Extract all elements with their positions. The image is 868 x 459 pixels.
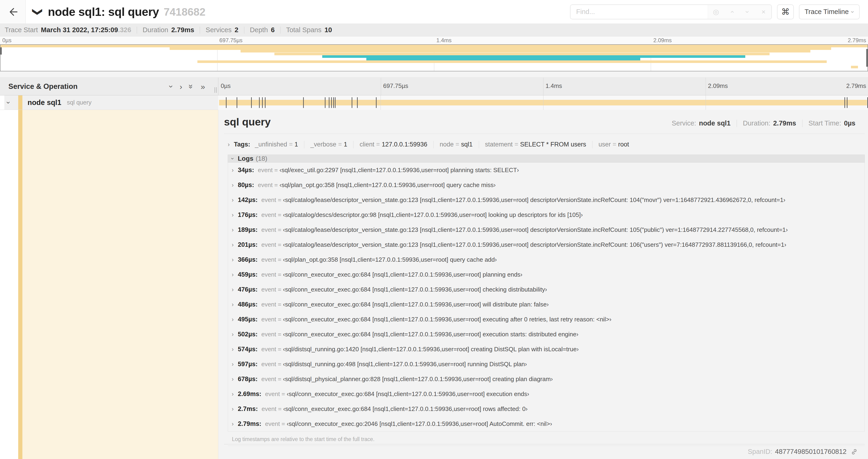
tag-item[interactable]: _unfinished=1 bbox=[255, 141, 298, 148]
log-row[interactable]: ›80µs:event=‹sql/plan_opt.go:358 [nsql1,… bbox=[228, 177, 865, 192]
summary-label: Services bbox=[206, 26, 231, 34]
log-field-value: ‹sql/conn_executor_exec.go:684 [nsql1,cl… bbox=[283, 316, 612, 323]
log-row[interactable]: ›142µs:event=‹sql/catalog/lease/descript… bbox=[228, 192, 865, 207]
focus-match-icon[interactable]: ◎ bbox=[708, 8, 724, 16]
collapse-all-icon[interactable]: » bbox=[188, 84, 195, 89]
log-row[interactable]: ›2.7ms:event=‹sql/conn_executor_exec.go:… bbox=[228, 401, 865, 416]
span-detail-header: sql query Service:node sql1Duration:2.79… bbox=[224, 116, 865, 128]
log-timestamp: 189µs: bbox=[238, 226, 257, 233]
span-row[interactable]: › node sql1 sql query bbox=[0, 95, 868, 110]
log-row[interactable]: ›502µs:event=‹sql/conn_executor_exec.go:… bbox=[228, 327, 865, 342]
service-color-strip bbox=[18, 110, 22, 459]
trace-view-selector[interactable]: Trace Timeline › bbox=[799, 4, 860, 19]
log-row[interactable]: ›495µs:event=‹sql/conn_executor_exec.go:… bbox=[228, 312, 865, 327]
detail-footer: SpanID: 4877749850101760812 bbox=[224, 444, 865, 459]
log-field-value: ‹sql/distsql_running.go:498 [nsql1,clien… bbox=[283, 361, 527, 368]
find-input[interactable] bbox=[570, 5, 708, 19]
detail-operation-name: sql query bbox=[224, 116, 271, 128]
chevron-right-icon: › bbox=[232, 212, 234, 218]
logs-accordion: › Logs (18) ›34µs:event=‹sql/exec_util.g… bbox=[228, 155, 865, 444]
log-marker bbox=[265, 97, 266, 108]
trace-title-wrap: ❯ node sql1: sql query 7418682 bbox=[34, 5, 206, 19]
chevron-right-icon: › bbox=[232, 302, 234, 307]
tag-item[interactable]: node=sql1 bbox=[440, 141, 472, 148]
log-timestamp: 366µs: bbox=[238, 256, 257, 263]
expand-all-icon[interactable]: » bbox=[201, 83, 205, 91]
log-row[interactable]: ›2.69ms:event=‹sql/conn_executor_exec.go… bbox=[228, 387, 865, 401]
tags-accordion[interactable]: › Tags: _unfinished=1_verbose=1client=12… bbox=[228, 139, 865, 150]
log-row[interactable]: ›2.79ms:event=‹sql/conn_executor_exec.go… bbox=[228, 416, 865, 431]
log-row[interactable]: ›459µs:event=‹sql/conn_executor_exec.go:… bbox=[228, 267, 865, 282]
keyboard-shortcuts-button[interactable]: ⌘ bbox=[777, 4, 794, 19]
log-row[interactable]: ›189µs:event=‹sql/catalog/lease/descript… bbox=[228, 222, 865, 237]
log-row[interactable]: ›574µs:event=‹sql/distsql_running.go:142… bbox=[228, 342, 865, 357]
log-field-value: ‹sql/catalog/lease/descriptor_version_st… bbox=[283, 196, 785, 204]
log-row[interactable]: ›486µs:event=‹sql/conn_executor_exec.go:… bbox=[228, 297, 865, 312]
log-field-key: event bbox=[258, 182, 273, 189]
chevron-right-icon: › bbox=[232, 406, 234, 412]
tag-item[interactable]: client=127.0.0.1:59936 bbox=[360, 141, 427, 148]
chevron-right-icon: › bbox=[232, 421, 234, 427]
clear-search-icon[interactable]: × bbox=[755, 8, 771, 16]
prev-match-icon[interactable]: › bbox=[728, 4, 735, 19]
chevron-right-icon: › bbox=[232, 227, 234, 233]
log-equals: = bbox=[278, 226, 281, 233]
link-icon[interactable] bbox=[850, 448, 858, 456]
expand-one-icon[interactable]: › bbox=[180, 83, 182, 91]
log-field-key: event bbox=[258, 167, 273, 174]
logs-header[interactable]: › Logs (18) bbox=[228, 155, 865, 163]
log-field-value: ‹sql/conn_executor_exec.go:684 [nsql1,cl… bbox=[283, 331, 579, 338]
service-operation-title: Service & Operation bbox=[8, 82, 78, 91]
timeline-gridline bbox=[543, 95, 544, 110]
log-equals: = bbox=[274, 167, 278, 174]
minimap-span bbox=[851, 66, 858, 68]
log-field-value: ‹sql/catalog/lease/descriptor_version_st… bbox=[283, 226, 788, 233]
log-field-value: ‹sql/conn_executor_exec.go:684 [nsql1,cl… bbox=[283, 286, 547, 293]
minimap-right-handle[interactable] bbox=[866, 49, 868, 67]
summary-value: March 31 2022, 17:25:09 bbox=[41, 26, 118, 34]
tag-item[interactable]: _verbose=1 bbox=[310, 141, 347, 148]
log-field-value: ‹sql/conn_executor_exec.go:684 [nsql1,cl… bbox=[283, 301, 549, 308]
minimap-canvas[interactable] bbox=[0, 44, 868, 71]
log-row[interactable]: ›597µs:event=‹sql/distsql_running.go:498… bbox=[228, 357, 865, 371]
back-button[interactable] bbox=[0, 0, 26, 24]
tag-value: 1 bbox=[344, 141, 347, 148]
collapse-one-icon[interactable]: › bbox=[167, 85, 175, 88]
chevron-right-icon: › bbox=[228, 141, 229, 147]
log-row[interactable]: ›34µs:event=‹sql/exec_util.go:2297 [nsql… bbox=[228, 163, 865, 177]
summary-label: Duration bbox=[143, 26, 168, 34]
minimap-span bbox=[169, 47, 831, 50]
log-row[interactable]: ›678µs:event=‹sql/distsql_physical_plann… bbox=[228, 371, 865, 387]
minimap-span bbox=[322, 55, 745, 58]
tag-equals: = bbox=[289, 141, 292, 148]
tick-label: 2.09ms bbox=[706, 82, 728, 90]
log-row[interactable]: ›366µs:event=‹sql/plan_opt.go:358 [nsql1… bbox=[228, 252, 865, 267]
logs-count: (18) bbox=[256, 155, 268, 162]
tag-item[interactable]: user=root bbox=[598, 141, 629, 148]
log-marker bbox=[847, 97, 847, 108]
log-equals: = bbox=[278, 301, 281, 308]
tag-item[interactable]: statement=SELECT * FROM users bbox=[485, 141, 586, 148]
log-field-value: ‹sql/exec_util.go:2297 [nsql1,client=127… bbox=[280, 167, 519, 174]
minimap-gap bbox=[0, 71, 868, 78]
log-equals: = bbox=[278, 405, 282, 413]
trace-timeline-page: ❯ node sql1: sql query 7418682 ◎ › › × ⌘… bbox=[0, 0, 868, 459]
log-field-value: ‹sql/plan_opt.go:358 [nsql1,client=127.0… bbox=[283, 256, 497, 263]
log-row[interactable]: ›176µs:event=‹sql/catalog/descs/descript… bbox=[228, 207, 865, 222]
logs-body: ›34µs:event=‹sql/exec_util.go:2297 [nsql… bbox=[228, 163, 865, 431]
tag-key: node bbox=[440, 141, 454, 148]
log-row[interactable]: ›476µs:event=‹sql/conn_executor_exec.go:… bbox=[228, 282, 865, 297]
log-row[interactable]: ›201µs:event=‹sql/catalog/lease/descript… bbox=[228, 237, 865, 252]
log-field-key: event bbox=[261, 405, 277, 413]
tags-list: _unfinished=1_verbose=1client=127.0.0.1:… bbox=[255, 141, 629, 148]
summary-label: Total Spans bbox=[286, 26, 321, 34]
column-resize-grip[interactable] bbox=[214, 87, 217, 93]
tag-equals: = bbox=[376, 141, 380, 148]
chevron-right-icon: › bbox=[232, 346, 234, 352]
meta-label: Duration: bbox=[743, 120, 771, 127]
collapse-span-chevron-icon[interactable]: › bbox=[5, 101, 12, 104]
next-match-icon[interactable]: › bbox=[744, 4, 751, 19]
collapse-trace-chevron-icon[interactable]: ❯ bbox=[33, 8, 43, 16]
log-marker bbox=[329, 97, 330, 108]
span-row-timeline[interactable] bbox=[218, 95, 868, 110]
